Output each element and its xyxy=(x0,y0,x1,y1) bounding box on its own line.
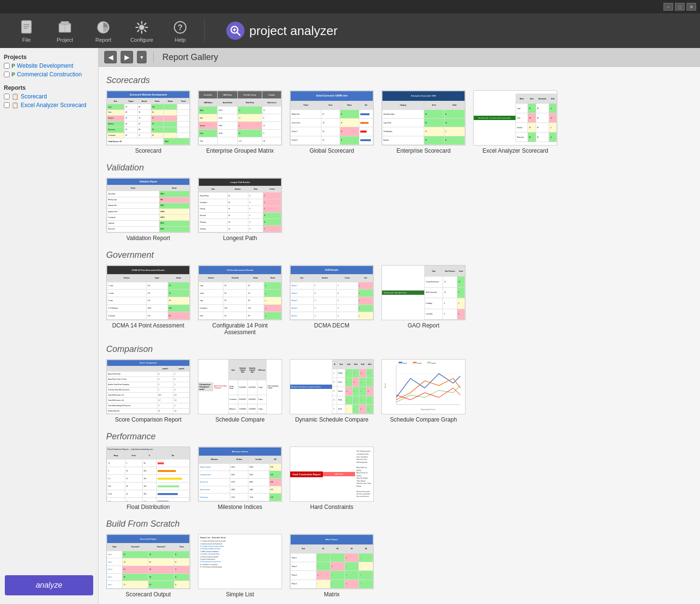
enterprise-grouped-matrix-thumbnail[interactable]: Group By:CAM NamePost By: GroupDisplay C… xyxy=(198,90,282,145)
schedule-compare-graph-thumbnail[interactable]: Sch1 Sch2 Sch3 Reporting Period Score xyxy=(381,359,466,414)
report-schedule-compare-graph[interactable]: Sch1 Sch2 Sch3 Reporting Period Score Sc… xyxy=(381,359,466,423)
report-icon xyxy=(95,19,112,36)
report-global-scorecard[interactable]: Global Scorecard: ADMIN view ProjectScor… xyxy=(290,90,374,154)
dynamic-schedule-compare-label: Dynamic Schedule Compare xyxy=(295,416,368,423)
main-layout: Projects P Website Development P Commerc… xyxy=(0,48,700,604)
scorecard-output-label: Scorecard Output xyxy=(125,591,171,598)
header-divider xyxy=(153,51,154,63)
float-distribution-thumbnail[interactable]: Float Distribution Report — http://www.s… xyxy=(106,447,190,502)
report-hard-constraints[interactable]: Hard Constraints Report WARNING The foll… xyxy=(290,447,374,510)
report-dcma-14[interactable]: DCMA 14 Point Assessment Results Criteri… xyxy=(106,265,190,336)
dcma-decm-thumbnail[interactable]: DCM Results ItemBaselineCurrentLink Acti… xyxy=(290,265,374,320)
gallery-forward-button[interactable]: ▶ xyxy=(121,51,133,63)
configure-label: Configure xyxy=(130,37,153,43)
svg-rect-25 xyxy=(427,362,431,363)
scorecard-checkbox[interactable] xyxy=(4,94,10,99)
matrix-thumbnail[interactable]: Matrix Report TaskR1R2R3R4 Phase 1✓✓✗✓ P… xyxy=(290,534,374,589)
gallery-title: Report Gallery xyxy=(162,52,218,62)
report-configurable-14[interactable]: 14 Point Assessment Results CriterionThr… xyxy=(198,265,282,336)
scorecard-output-thumbnail[interactable]: Scorecard Output NameScorecard 1Scorecar… xyxy=(106,534,190,589)
simple-list-label: Simple List xyxy=(226,591,254,598)
enterprise-grouped-matrix-label: Enterprise Grouped Matrix xyxy=(206,147,274,154)
close-button[interactable]: ✕ xyxy=(687,3,696,11)
sidebar-item-commercial-construction[interactable]: P Commercial Construction xyxy=(0,70,98,79)
app-title-text: project analyzer xyxy=(249,24,338,38)
dcma-decm-label: DCMA DECM xyxy=(314,322,349,329)
svg-text:?: ? xyxy=(178,24,183,32)
gallery-nav-dropdown[interactable]: ▼ xyxy=(137,51,147,63)
sidebar-item-scorecard[interactable]: 📋 Scorecard xyxy=(0,92,98,101)
app-logo-icon xyxy=(226,22,245,40)
dynamic-schedule-compare-thumbnail[interactable]: Multiple Schedule Compare Binary IDTaskS… xyxy=(290,359,374,414)
score-comparison-thumbnail[interactable]: Score Comparison project1project2 Actual… xyxy=(106,359,190,414)
reports-section-header: Reports xyxy=(0,83,98,92)
report-scorecard[interactable]: Scorecard Website Development ItemTarget… xyxy=(106,90,190,154)
comparison-grid: Score Comparison project1project2 Actual… xyxy=(106,359,692,423)
svg-text:Reporting Period: Reporting Period xyxy=(421,408,435,411)
validation-report-label: Validation Report xyxy=(126,235,170,242)
report-scorecard-output[interactable]: Scorecard Output NameScorecard 1Scorecar… xyxy=(106,534,190,598)
maximize-button[interactable]: □ xyxy=(675,3,685,11)
scorecard-link[interactable]: Scorecard xyxy=(21,93,47,100)
report-enterprise-grouped-matrix[interactable]: Group By:CAM NamePost By: GroupDisplay C… xyxy=(198,90,282,154)
report-longest-path[interactable]: Longest Path Results TaskDurationFloatCr… xyxy=(198,178,282,242)
toolbar: File Project Report Config xyxy=(0,13,700,48)
project-p-icon-2: P xyxy=(12,72,15,77)
help-icon: ? xyxy=(172,19,189,36)
hard-constraints-label: Hard Constraints xyxy=(310,504,353,510)
schedule-compare-label: Schedule Compare xyxy=(215,416,265,423)
gallery-back-button[interactable]: ◀ xyxy=(104,51,117,63)
website-dev-link[interactable]: Website Development xyxy=(17,62,73,69)
enterprise-scorecard-thumbnail[interactable]: Enterprise Scorecard: CSR CategoryScoreG… xyxy=(381,90,466,145)
report-validation-report[interactable]: Validation Report CheckResult Open EndsP… xyxy=(106,178,190,242)
schedule-compare-thumbnail[interactable]: Comparison Changed 3 tasks Actual Start … xyxy=(198,359,282,414)
report-milestone-indices[interactable]: Milestone Indices MilestoneBL DateFcst D… xyxy=(198,447,282,510)
report-dynamic-schedule-compare[interactable]: Multiple Schedule Compare Binary IDTaskS… xyxy=(290,359,374,423)
excel-scorecard-checkbox[interactable] xyxy=(4,102,10,108)
commercial-const-link[interactable]: Commercial Construction xyxy=(17,71,82,78)
hard-constraints-thumbnail[interactable]: Hard Constraints Report WARNING The foll… xyxy=(290,447,374,502)
sidebar-item-website-development[interactable]: P Website Development xyxy=(0,61,98,70)
file-label: File xyxy=(22,37,31,43)
toolbar-project[interactable]: Project xyxy=(48,16,82,46)
sidebar: Projects P Website Development P Commerc… xyxy=(0,48,98,604)
gao-thumbnail[interactable]: Benchmark: Sample Score TopicBest Practi… xyxy=(381,265,466,320)
simple-list-thumbnail[interactable]: Simple List - Schedule Items 1. Complete… xyxy=(198,534,282,589)
report-score-comparison[interactable]: Score Comparison project1project2 Actual… xyxy=(106,359,190,423)
website-dev-checkbox[interactable] xyxy=(4,63,10,69)
government-grid: DCMA 14 Point Assessment Results Criteri… xyxy=(106,265,692,336)
longest-path-thumbnail[interactable]: Longest Path Results TaskDurationFloatCr… xyxy=(198,178,282,233)
excel-scorecard-link[interactable]: Excel Analyzer Scorecard xyxy=(21,102,86,109)
milestone-indices-thumbnail[interactable]: Milestone Indices MilestoneBL DateFcst D… xyxy=(198,447,282,502)
minimize-button[interactable]: − xyxy=(663,3,673,11)
file-icon xyxy=(18,19,35,36)
global-scorecard-thumbnail[interactable]: Global Scorecard: ADMIN view ProjectScor… xyxy=(290,90,374,145)
report-gao[interactable]: Benchmark: Sample Score TopicBest Practi… xyxy=(381,265,466,336)
commercial-const-checkbox[interactable] xyxy=(4,72,10,77)
svg-text:Sch2: Sch2 xyxy=(417,362,421,364)
toolbar-configure[interactable]: Configure xyxy=(125,16,159,46)
report-simple-list[interactable]: Simple List - Schedule Items 1. Complete… xyxy=(198,534,282,598)
enterprise-scorecard-label: Enterprise Scorecard xyxy=(396,147,451,154)
validation-report-thumbnail[interactable]: Validation Report CheckResult Open EndsP… xyxy=(106,178,190,233)
report-dcma-decm[interactable]: DCM Results ItemBaselineCurrentLink Acti… xyxy=(290,265,374,336)
projects-section-header: Projects xyxy=(0,52,98,61)
toolbar-report[interactable]: Report xyxy=(86,16,120,46)
gallery-content[interactable]: Scorecards Scorecard Website Development… xyxy=(98,67,700,604)
dcma-14-thumbnail[interactable]: DCMA 14 Point Assessment Results Criteri… xyxy=(106,265,190,320)
toolbar-file[interactable]: File xyxy=(10,16,43,46)
performance-grid: Float Distribution Report — http://www.s… xyxy=(106,447,692,510)
scorecard-thumbnail[interactable]: Scorecard Website Development ItemTarget… xyxy=(106,90,190,145)
analyze-button[interactable]: analyze xyxy=(5,575,93,595)
report-schedule-compare[interactable]: Comparison Changed 3 tasks Actual Start … xyxy=(198,359,282,423)
report-enterprise-scorecard[interactable]: Enterprise Scorecard: CSR CategoryScoreG… xyxy=(381,90,466,154)
report-excel-analyzer-scorecard[interactable]: Benchmark: Commercial Construction Metri… xyxy=(473,90,557,154)
toolbar-help[interactable]: ? Help xyxy=(163,16,197,46)
configurable-14-thumbnail[interactable]: 14 Point Assessment Results CriterionThr… xyxy=(198,265,282,320)
schedule-compare-graph-label: Schedule Compare Graph xyxy=(390,416,457,423)
sidebar-item-excel-scorecard[interactable]: 📋 Excel Analyzer Scorecard xyxy=(0,101,98,109)
report-matrix[interactable]: Matrix Report TaskR1R2R3R4 Phase 1✓✓✗✓ P… xyxy=(290,534,374,598)
report-float-distribution[interactable]: Float Distribution Report — http://www.s… xyxy=(106,447,190,510)
section-header-build-from-scratch: Build From Scratch xyxy=(106,519,692,529)
excel-analyzer-scorecard-thumbnail[interactable]: Benchmark: Commercial Construction Metri… xyxy=(473,90,557,145)
